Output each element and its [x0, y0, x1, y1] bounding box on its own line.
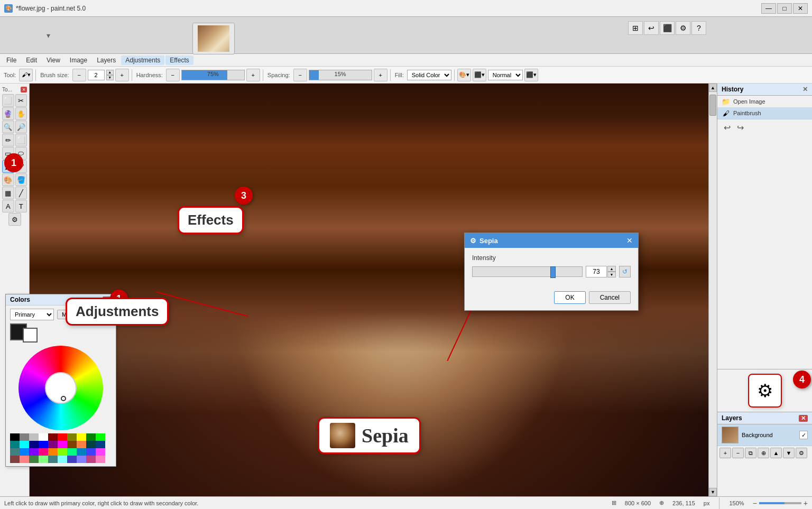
color-swatch[interactable] — [10, 448, 20, 456]
color-swatch[interactable] — [20, 456, 29, 463]
color-swatch[interactable] — [20, 433, 29, 441]
color-swatch[interactable] — [48, 448, 58, 456]
color-swatch[interactable] — [96, 456, 105, 463]
tool-icon-3[interactable]: ⬛ — [660, 21, 675, 35]
sepia-cancel-btn[interactable]: Cancel — [589, 291, 631, 304]
color-swatch[interactable] — [67, 448, 77, 456]
color-picker-btn[interactable]: 🎨▾ — [457, 69, 471, 81]
intensity-up-btn[interactable]: ▲ — [607, 266, 616, 272]
layer-visibility-check[interactable]: ✓ — [799, 431, 808, 439]
color-swatch[interactable] — [10, 456, 20, 463]
menu-edit[interactable]: Edit — [22, 55, 41, 65]
zoom-out-tool[interactable]: 🔎 — [15, 121, 27, 133]
secondary-color-swatch[interactable] — [23, 328, 38, 343]
image-tab[interactable] — [192, 23, 235, 54]
color-swatch[interactable] — [29, 441, 39, 448]
tool-icon-4[interactable]: ⚙ — [676, 21, 690, 35]
delete-layer-btn[interactable]: − — [732, 448, 744, 458]
move-tool[interactable]: ✋ — [15, 107, 27, 120]
gear-settings-btn[interactable]: ⚙ — [748, 374, 782, 408]
undo-btn[interactable]: ↩ — [722, 122, 733, 134]
minimize-button[interactable]: — — [761, 3, 776, 14]
hardness-slider[interactable]: 75% — [181, 70, 245, 80]
redo-btn[interactable]: ↪ — [735, 122, 746, 134]
blend-btn[interactable]: ⬛▾ — [524, 69, 538, 81]
tab-dropdown-arrow[interactable]: ▾ — [47, 31, 50, 40]
sepia-ok-btn[interactable]: OK — [554, 291, 585, 304]
settings-tool[interactable]: ⚙ — [8, 213, 21, 226]
spacing-plus[interactable]: + — [374, 69, 387, 81]
text-tool-2[interactable]: T — [15, 200, 27, 212]
zoom-out-btn[interactable]: − — [753, 499, 757, 507]
color-swatch[interactable] — [58, 448, 67, 456]
move-layer-up-btn[interactable]: ▲ — [770, 448, 782, 458]
spacing-slider[interactable]: 15% — [309, 70, 372, 80]
menu-layers[interactable]: Layers — [93, 55, 120, 65]
color-swatch[interactable] — [77, 441, 86, 448]
menu-adjustments[interactable]: Adjustments — [121, 55, 164, 65]
color-swatch[interactable] — [39, 441, 48, 448]
color-swatch[interactable] — [77, 448, 86, 456]
history-item-open[interactable]: 📁 Open Image — [717, 96, 812, 107]
hardness-minus[interactable]: − — [166, 69, 180, 81]
intensity-thumb[interactable] — [550, 266, 556, 278]
color-swatch[interactable] — [20, 448, 29, 456]
color-swatch[interactable] — [10, 433, 20, 441]
color-swatch[interactable] — [39, 448, 48, 456]
fill-tool[interactable]: 🪣 — [15, 173, 27, 186]
blend-mode-select[interactable]: Normal — [488, 70, 523, 80]
color-swatch[interactable] — [48, 441, 58, 448]
zoom-in-btn[interactable]: + — [804, 499, 808, 507]
color-swatch[interactable] — [58, 441, 67, 448]
tool-icon-1[interactable]: ⊞ — [628, 21, 643, 35]
close-button[interactable]: ✕ — [793, 3, 808, 14]
color-swatch[interactable] — [58, 433, 67, 441]
tool-selector[interactable]: 🖌▾ — [19, 69, 33, 81]
color-swatch[interactable] — [96, 433, 105, 441]
lasso-tool[interactable]: ✂ — [15, 94, 27, 107]
color-swatch[interactable] — [86, 456, 96, 463]
duplicate-layer-btn[interactable]: ⧉ — [745, 448, 756, 458]
menu-view[interactable]: View — [42, 55, 64, 65]
scroll-up-btn[interactable]: ▲ — [709, 84, 717, 92]
layer-properties-btn[interactable]: ⚙ — [796, 448, 807, 458]
zoom-in-tool[interactable]: 🔍 — [2, 121, 14, 133]
color-swatch[interactable] — [77, 456, 86, 463]
brush-size-up[interactable]: ▲ — [106, 70, 114, 75]
eraser-tool[interactable]: ⬜ — [15, 134, 27, 146]
color-swatch[interactable] — [86, 441, 96, 448]
scroll-thumb[interactable] — [709, 95, 716, 116]
text-tool[interactable]: A — [2, 200, 14, 212]
history-item-paintbrush[interactable]: 🖌 Paintbrush — [717, 107, 812, 119]
menu-image[interactable]: Image — [66, 55, 91, 65]
color-swatch[interactable] — [67, 441, 77, 448]
color-swatch[interactable] — [96, 448, 105, 456]
color-swatch[interactable] — [58, 456, 67, 463]
scroll-down-btn[interactable]: ▼ — [709, 488, 717, 496]
add-layer-btn[interactable]: + — [719, 448, 731, 458]
color-swatch[interactable] — [29, 433, 39, 441]
layer-background[interactable]: Background ✓ — [717, 424, 812, 446]
color-swatch[interactable] — [29, 448, 39, 456]
sepia-dialog-close-btn[interactable]: ✕ — [626, 236, 633, 245]
intensity-down-btn[interactable]: ▼ — [607, 272, 616, 277]
color-swatch[interactable] — [48, 456, 58, 463]
color-swatch[interactable] — [10, 441, 20, 448]
color-swatch[interactable] — [29, 456, 39, 463]
fill-select[interactable]: Solid Color Gradient None — [407, 70, 451, 80]
move-layer-down-btn[interactable]: ▼ — [783, 448, 795, 458]
brush-size-plus[interactable]: + — [115, 69, 129, 81]
color-swatch[interactable] — [39, 433, 48, 441]
brush-size-minus[interactable]: − — [72, 69, 86, 81]
brush-size-input[interactable] — [88, 70, 105, 80]
maximize-button[interactable]: □ — [777, 3, 792, 14]
color-swatch[interactable] — [77, 433, 86, 441]
recolor-tool[interactable]: 🎨 — [2, 173, 14, 186]
intensity-input[interactable] — [586, 266, 607, 277]
color-swatch[interactable] — [39, 456, 48, 463]
color-swatch[interactable] — [86, 448, 96, 456]
intensity-reset-btn[interactable]: ↺ — [619, 266, 631, 277]
color-swatch[interactable] — [67, 433, 77, 441]
hardness-plus[interactable]: + — [246, 69, 260, 81]
menu-file[interactable]: File — [2, 55, 21, 65]
